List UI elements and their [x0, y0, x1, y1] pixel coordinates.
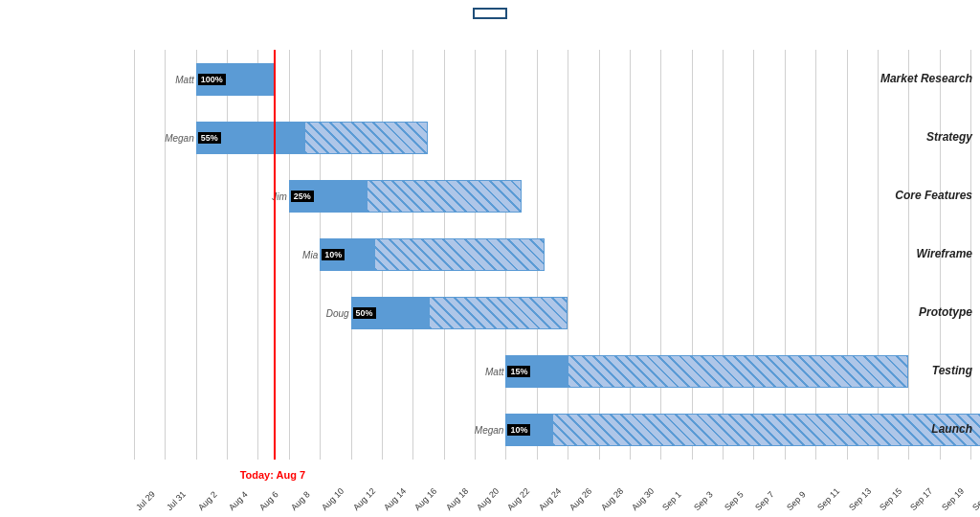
bar-hatched [304, 122, 428, 154]
bar-solid: 10% [320, 238, 374, 271]
pct-badge: 10% [322, 249, 345, 260]
bar-solid: 15% [505, 355, 568, 388]
date-tick: Aug 30 [630, 486, 656, 512]
date-tick: Aug 24 [537, 486, 563, 512]
row-label: Core Features [895, 189, 972, 202]
date-tick: Sep 7 [753, 489, 776, 512]
pct-badge: 10% [507, 424, 530, 436]
bar-hatched [568, 355, 908, 388]
grid-line [134, 50, 135, 460]
today-line [274, 50, 276, 460]
bar-group: Megan10% [505, 414, 980, 446]
row-label: Wireframe [916, 247, 972, 260]
grid-line [568, 50, 568, 460]
date-tick: Aug 26 [568, 486, 593, 512]
date-tick: Sep 5 [723, 489, 746, 512]
date-tick: Aug 14 [382, 486, 408, 512]
date-tick: Sep 1 [660, 489, 683, 512]
date-tick: Sep 11 [815, 486, 841, 512]
grid-line [908, 50, 909, 460]
date-tick: Jul 29 [134, 489, 157, 512]
bar-solid: 55% [196, 122, 304, 154]
grid-line [723, 50, 724, 460]
assignee-label: Mia [281, 250, 318, 260]
grid-line [692, 50, 693, 460]
row-label: Prototype [919, 305, 972, 319]
grid-line [753, 50, 754, 460]
row-label: Strategy [926, 130, 972, 144]
date-tick: Sep 21 [970, 486, 980, 512]
date-tick: Aug 2 [196, 489, 219, 512]
date-tick: Aug 10 [320, 486, 345, 512]
date-tick: Jul 31 [165, 489, 188, 512]
assignee-label: Doug [313, 308, 349, 319]
bar-hatched [374, 238, 545, 271]
assignee-label: Jim [251, 191, 287, 201]
grid-line [847, 50, 848, 460]
grid-line [630, 50, 631, 460]
pct-badge: 15% [507, 366, 530, 377]
assignee-label: Megan [158, 132, 194, 143]
today-label: Today: Aug 7 [240, 469, 305, 481]
grid-line [257, 50, 258, 460]
assignee-label: Matt [467, 367, 503, 377]
pct-badge: 25% [291, 191, 314, 202]
grid-line [599, 50, 600, 460]
bar-hatched [429, 297, 568, 329]
bar-solid: 100% [196, 63, 274, 96]
date-tick: Aug 18 [444, 486, 470, 512]
bar-group: Megan55% [196, 122, 429, 154]
bar-hatched [552, 414, 980, 446]
grid-line [660, 50, 661, 460]
bar-group: Doug50% [351, 297, 568, 329]
pct-badge: 50% [353, 307, 376, 319]
bar-group: Jim25% [289, 180, 522, 213]
bar-solid: 10% [505, 414, 552, 446]
bar-group: Mia10% [320, 238, 545, 271]
date-tick: Aug 20 [475, 486, 501, 512]
pct-badge: 55% [198, 132, 221, 144]
grid-line [785, 50, 786, 460]
grid-line [227, 50, 228, 460]
date-tick: Aug 4 [227, 489, 250, 512]
grid-line [815, 50, 816, 460]
row-label: Launch [931, 422, 972, 436]
grid-line [196, 50, 197, 460]
pct-badge: 100% [198, 74, 226, 85]
bar-group: Matt15% [505, 355, 908, 388]
bar-solid: 25% [289, 180, 367, 213]
date-tick: Aug 28 [599, 486, 625, 512]
date-tick: Aug 8 [289, 489, 312, 512]
date-tick: Aug 6 [257, 489, 280, 512]
row-label: Market Research [880, 72, 972, 85]
date-tick: Sep 9 [785, 489, 808, 512]
assignee-label: Megan [467, 425, 503, 436]
date-tick: Sep 15 [878, 486, 903, 512]
date-tick: Aug 22 [505, 486, 531, 512]
row-label: Testing [932, 364, 972, 377]
bar-hatched [367, 180, 522, 213]
date-tick: Sep 17 [908, 486, 934, 512]
date-tick: Aug 16 [412, 486, 438, 512]
chart-title [473, 8, 507, 19]
bar-group: Matt100% [196, 63, 274, 96]
assignee-label: Matt [158, 74, 194, 84]
date-tick: Sep 13 [847, 486, 873, 512]
gantt-area: Matt100%Megan55%Jim25%Mia10%Doug50%Matt1… [134, 50, 970, 460]
date-axis: Jul 29Jul 31Aug 2Aug 4Aug 6Aug 8Aug 10Au… [134, 460, 970, 517]
date-tick: Sep 3 [692, 489, 715, 512]
row-labels [0, 50, 132, 460]
bar-solid: 50% [351, 297, 429, 329]
date-tick: Sep 19 [940, 486, 966, 512]
date-tick: Aug 12 [351, 486, 377, 512]
grid-line [165, 50, 166, 460]
grid-line [878, 50, 879, 460]
chart-container: Matt100%Megan55%Jim25%Mia10%Doug50%Matt1… [0, 0, 980, 517]
